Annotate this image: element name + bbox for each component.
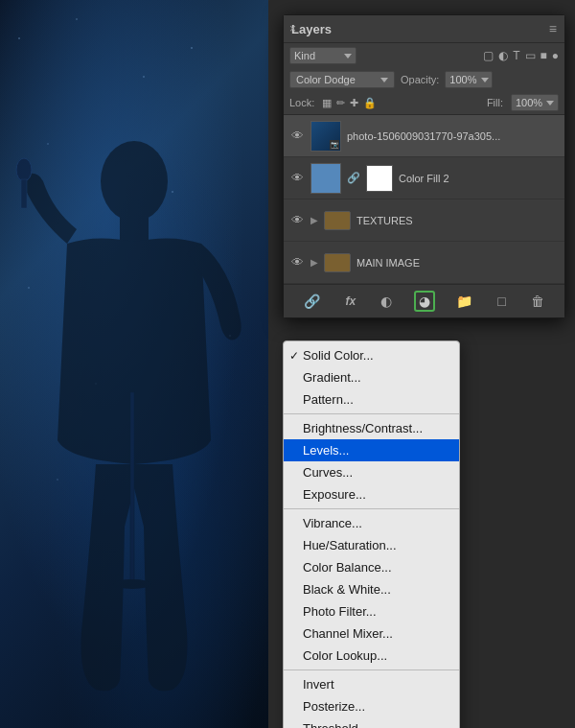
menu-item-hue-saturation[interactable]: Hue/Saturation... xyxy=(284,534,459,556)
menu-item-pattern[interactable]: Pattern... xyxy=(284,388,459,411)
invert-label: Invert xyxy=(303,677,334,692)
kind-row: Kind ▢ ◐ T ▭ ■ ● xyxy=(284,43,564,68)
blend-row: Color Dodge Opacity: 100% xyxy=(284,68,564,91)
layer-thumbnail-folder xyxy=(324,253,351,272)
menu-divider xyxy=(284,413,459,414)
new-group-icon[interactable]: 📁 xyxy=(452,292,476,311)
opacity-label: Opacity: xyxy=(401,74,439,85)
panel-header: × Layers ≡ xyxy=(284,15,564,43)
menu-item-invert[interactable]: Invert xyxy=(284,673,459,695)
brightness-contrast-label: Brightness/Contrast... xyxy=(303,421,423,435)
new-layer-icon[interactable]: □ xyxy=(494,292,509,311)
kind-icon-smart[interactable]: ■ xyxy=(540,49,547,62)
pattern-label: Pattern... xyxy=(303,392,354,407)
layer-name: Color Fill 2 xyxy=(399,173,559,184)
black-white-label: Black & White... xyxy=(303,582,391,597)
lock-label: Lock: xyxy=(289,97,314,108)
kind-icon-circle[interactable]: ● xyxy=(552,49,559,62)
delete-layer-icon[interactable]: 🗑 xyxy=(527,292,548,311)
layer-name: photo-1506009031770-97a305... xyxy=(347,130,559,142)
menu-divider xyxy=(284,669,459,670)
fill-mask-icon[interactable]: ◐ xyxy=(377,292,396,311)
kind-dropdown[interactable]: Kind xyxy=(289,47,356,64)
vibrance-label: Vibrance... xyxy=(303,516,362,530)
layer-visibility-toggle[interactable]: 👁 xyxy=(289,129,305,143)
svg-point-2 xyxy=(16,158,32,181)
layer-item[interactable]: 👁 ▶ MAIN IMAGE xyxy=(284,242,564,284)
panel-menu-icon[interactable]: ≡ xyxy=(549,21,557,36)
layer-visibility-toggle[interactable]: 👁 xyxy=(289,255,305,270)
fx-icon[interactable]: fx xyxy=(341,293,359,310)
menu-item-color-lookup[interactable]: Color Lookup... xyxy=(284,645,459,667)
svg-rect-4 xyxy=(130,392,134,584)
photo-filter-label: Photo Filter... xyxy=(303,604,377,619)
menu-item-curves[interactable]: Curves... xyxy=(284,461,459,483)
opacity-input[interactable]: 100% xyxy=(445,71,493,88)
menu-item-brightness-contrast[interactable]: Brightness/Contrast... xyxy=(284,417,459,439)
layer-thumbnail-folder xyxy=(324,211,351,230)
adjustment-layer-icon[interactable]: ◕ xyxy=(414,291,435,312)
blend-dropdown-arrow xyxy=(380,78,388,82)
kind-label: Kind xyxy=(294,50,315,61)
fill-input[interactable]: 100% xyxy=(511,94,559,111)
svg-point-5 xyxy=(113,579,151,589)
layer-name: TEXTURES xyxy=(356,215,559,226)
layer-visibility-toggle[interactable]: 👁 xyxy=(289,213,305,227)
background-photo xyxy=(0,0,268,728)
menu-item-photo-filter[interactable]: Photo Filter... xyxy=(284,600,459,622)
threshold-label: Threshold... xyxy=(303,721,369,728)
color-balance-label: Color Balance... xyxy=(303,560,392,575)
layer-thumbnail: 📷 xyxy=(310,121,341,152)
blend-mode-label: Color Dodge xyxy=(296,74,356,85)
panel-title: Layers xyxy=(291,22,332,36)
posterize-label: Posterize... xyxy=(303,699,365,714)
layers-panel: × Layers ≡ Kind ▢ ◐ T ▭ ■ ● Color Dodge … xyxy=(283,14,565,318)
layer-item[interactable]: 👁 ▶ TEXTURES xyxy=(284,200,564,242)
lock-icon-move[interactable]: ✚ xyxy=(350,97,358,109)
layer-thumbnail-blue xyxy=(310,163,341,194)
exposure-label: Exposure... xyxy=(303,487,366,502)
link-layers-icon[interactable]: 🔗 xyxy=(300,292,324,311)
kind-icon-shape[interactable]: ▭ xyxy=(525,49,536,62)
kind-icon-adjust[interactable]: ◐ xyxy=(498,49,508,62)
menu-item-posterize[interactable]: Posterize... xyxy=(284,695,459,717)
menu-item-color-balance[interactable]: Color Balance... xyxy=(284,556,459,578)
kind-dropdown-arrow xyxy=(344,54,352,59)
kind-icon-type[interactable]: T xyxy=(513,49,519,62)
levels-label: Levels... xyxy=(303,443,349,458)
menu-item-threshold[interactable]: Threshold... xyxy=(284,717,459,728)
panel-footer: 🔗 fx ◐ ◕ 📁 □ 🗑 xyxy=(284,284,564,317)
layer-item[interactable]: 👁 📷 photo-1506009031770-97a305... xyxy=(284,115,564,157)
menu-item-channel-mixer[interactable]: Channel Mixer... xyxy=(284,622,459,645)
layers-list: 👁 📷 photo-1506009031770-97a305... 👁 🔗 Co… xyxy=(284,115,564,284)
kind-icons: ▢ ◐ T ▭ ■ ● xyxy=(483,49,559,62)
hue-saturation-label: Hue/Saturation... xyxy=(303,538,397,552)
lock-icon-brush[interactable]: ✏ xyxy=(336,97,345,109)
person-silhouette xyxy=(10,105,259,728)
lock-icon-lock[interactable]: 🔒 xyxy=(363,97,377,109)
menu-item-black-white[interactable]: Black & White... xyxy=(284,578,459,600)
solid-color-label: Solid Color... xyxy=(303,348,374,363)
curves-label: Curves... xyxy=(303,465,353,480)
layer-visibility-toggle[interactable]: 👁 xyxy=(289,171,305,185)
layer-item[interactable]: 👁 🔗 Color Fill 2 xyxy=(284,157,564,200)
group-expand-arrow[interactable]: ▶ xyxy=(310,215,318,225)
panel-close-button[interactable]: × xyxy=(289,22,296,35)
opacity-arrow xyxy=(481,78,489,82)
adjustment-dropdown-menu: Solid Color... Gradient... Pattern... Br… xyxy=(283,341,460,728)
menu-item-exposure[interactable]: Exposure... xyxy=(284,483,459,505)
layer-thumbnail-mask xyxy=(366,165,393,192)
menu-item-gradient[interactable]: Gradient... xyxy=(284,366,459,388)
menu-item-levels[interactable]: Levels... xyxy=(284,439,459,461)
layer-name: MAIN IMAGE xyxy=(356,257,559,269)
svg-point-0 xyxy=(101,141,168,222)
lock-icon-checkerboard[interactable]: ▦ xyxy=(322,97,332,109)
color-lookup-label: Color Lookup... xyxy=(303,648,387,663)
menu-item-vibrance[interactable]: Vibrance... xyxy=(284,512,459,534)
chain-link-icon: 🔗 xyxy=(347,172,360,184)
opacity-value-text: 100% xyxy=(449,74,476,85)
group-expand-arrow[interactable]: ▶ xyxy=(310,257,318,268)
menu-item-solid-color[interactable]: Solid Color... xyxy=(284,344,459,366)
kind-icon-pixel[interactable]: ▢ xyxy=(483,49,494,62)
blend-mode-dropdown[interactable]: Color Dodge xyxy=(289,71,395,88)
